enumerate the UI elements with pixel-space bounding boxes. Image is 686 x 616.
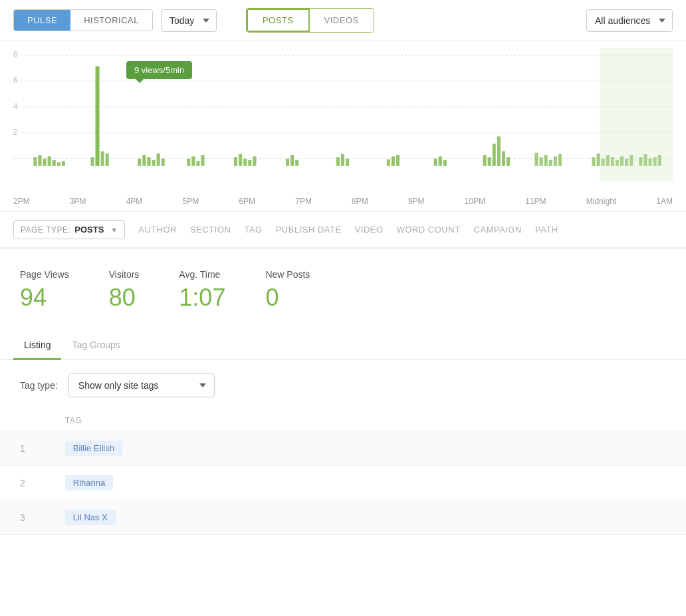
col-tag: Tag <box>45 411 686 431</box>
tab-pulse[interactable]: PULSE <box>14 10 70 31</box>
svg-rect-43 <box>396 155 400 166</box>
svg-rect-15 <box>62 161 65 166</box>
tag-2: Rihanna <box>45 466 686 500</box>
chart-container: 9 views/5min 8 6 4 2 <box>13 48 673 194</box>
tab-historical[interactable]: HISTORICAL <box>70 10 152 31</box>
chart-x-labels: 2PM 3PM 4PM 5PM 6PM 7PM 8PM 9PM 10PM 11P… <box>13 194 673 211</box>
filter-author[interactable]: AUTHOR <box>138 222 177 237</box>
svg-rect-51 <box>502 152 505 166</box>
col-rank <box>0 411 45 431</box>
svg-rect-42 <box>392 156 395 165</box>
page-type-selector[interactable]: PAGE TYPE: POSTS ▼ <box>13 220 125 239</box>
filter-video[interactable]: VIDEO <box>355 222 384 237</box>
svg-rect-53 <box>534 153 538 166</box>
svg-rect-34 <box>253 156 256 165</box>
svg-rect-26 <box>187 159 190 166</box>
svg-rect-29 <box>201 155 204 166</box>
chart-highlight <box>600 48 673 181</box>
filter-path[interactable]: PATH <box>535 222 558 237</box>
tab-tag-groups[interactable]: Tag Groups <box>61 332 130 360</box>
tag-type-row: Tag type: Show only site tags Show all t… <box>0 360 686 411</box>
table-row: 2 Rihanna <box>0 466 686 500</box>
svg-rect-11 <box>43 159 47 166</box>
svg-rect-16 <box>90 157 94 165</box>
stat-avg-time-label: Avg. Time <box>179 269 225 280</box>
filter-publish-date[interactable]: PUBLISH DATE <box>276 222 342 237</box>
svg-rect-17 <box>95 66 99 166</box>
stat-avg-time: Avg. Time 1:07 <box>179 269 225 312</box>
svg-rect-55 <box>544 155 548 166</box>
top-bar: PULSE HISTORICAL Today POSTS VIDEOS All … <box>0 0 686 41</box>
svg-rect-49 <box>493 144 496 165</box>
tag-type-label: Tag type: <box>20 380 58 391</box>
stat-new-posts-label: New Posts <box>265 269 310 280</box>
filter-word-count[interactable]: WORD COUNT <box>397 222 461 237</box>
svg-rect-54 <box>540 157 543 165</box>
table-row: 3 Lil Nas X <box>0 500 686 535</box>
stat-page-views-label: Page Views <box>20 269 69 280</box>
filter-section[interactable]: SECTION <box>190 222 231 237</box>
svg-rect-13 <box>53 160 56 166</box>
svg-rect-22 <box>147 157 150 165</box>
listing-tabs: Listing Tag Groups <box>0 332 686 360</box>
stat-page-views: Page Views 94 <box>20 269 69 312</box>
svg-rect-28 <box>196 161 199 166</box>
chart-svg: 8 6 4 2 <box>13 48 673 181</box>
stat-visitors-value: 80 <box>109 284 140 312</box>
svg-rect-25 <box>162 159 165 166</box>
table-row: 1 Billie Eilish <box>0 431 686 466</box>
svg-rect-20 <box>138 159 141 166</box>
tag-table: Tag 1 Billie Eilish 2 Rihanna 3 Lil Nas … <box>0 411 686 535</box>
svg-rect-52 <box>507 157 510 165</box>
svg-rect-33 <box>248 160 251 166</box>
svg-rect-14 <box>57 162 60 166</box>
svg-rect-58 <box>558 154 562 166</box>
audience-dropdown[interactable]: All audiences <box>586 9 673 32</box>
svg-rect-50 <box>497 136 501 165</box>
svg-rect-36 <box>290 155 294 166</box>
tag-1: Billie Eilish <box>45 431 686 466</box>
svg-rect-19 <box>106 154 109 166</box>
svg-text:6: 6 <box>13 76 17 85</box>
svg-rect-40 <box>346 159 349 166</box>
content-type-tabs: POSTS VIDEOS <box>246 8 374 33</box>
btn-videos[interactable]: VIDEOS <box>310 9 374 32</box>
svg-rect-41 <box>387 159 390 166</box>
svg-rect-39 <box>341 154 344 166</box>
time-dropdown[interactable]: Today <box>161 9 217 32</box>
svg-rect-59 <box>592 157 596 165</box>
svg-rect-18 <box>101 152 104 166</box>
tag-type-select[interactable]: Show only site tags Show all tags Show c… <box>68 373 215 397</box>
btn-posts[interactable]: POSTS <box>247 9 310 32</box>
tab-listing[interactable]: Listing <box>13 332 61 360</box>
rank-1: 1 <box>0 431 45 466</box>
stat-avg-time-value: 1:07 <box>179 284 225 312</box>
rank-2: 2 <box>0 466 45 500</box>
page-type-label: PAGE TYPE: <box>21 225 70 235</box>
page-type-value: POSTS <box>74 225 104 235</box>
svg-rect-56 <box>549 160 552 166</box>
filter-campaign[interactable]: CAMPAIGN <box>474 222 522 237</box>
svg-rect-21 <box>142 155 146 166</box>
svg-rect-27 <box>191 156 195 165</box>
svg-rect-57 <box>554 156 557 165</box>
chevron-down-icon: ▼ <box>110 226 118 234</box>
svg-rect-24 <box>157 154 160 166</box>
svg-rect-45 <box>439 156 442 165</box>
tag-3: Lil Nas X <box>45 500 686 535</box>
svg-rect-37 <box>295 160 298 166</box>
svg-rect-47 <box>483 155 487 166</box>
chart-area: 9 views/5min 8 6 4 2 <box>0 41 686 212</box>
stat-page-views-value: 94 <box>20 284 69 312</box>
svg-rect-31 <box>239 154 242 166</box>
svg-rect-46 <box>443 160 447 166</box>
stat-visitors: Visitors 80 <box>109 269 140 312</box>
svg-rect-23 <box>152 160 156 166</box>
filter-tag[interactable]: TAG <box>244 222 262 237</box>
svg-rect-38 <box>336 157 340 165</box>
svg-rect-10 <box>38 155 41 166</box>
stat-new-posts-value: 0 <box>265 284 310 312</box>
chart-tooltip: 9 views/5min <box>126 61 192 79</box>
svg-rect-9 <box>33 157 37 165</box>
svg-rect-32 <box>243 159 247 166</box>
